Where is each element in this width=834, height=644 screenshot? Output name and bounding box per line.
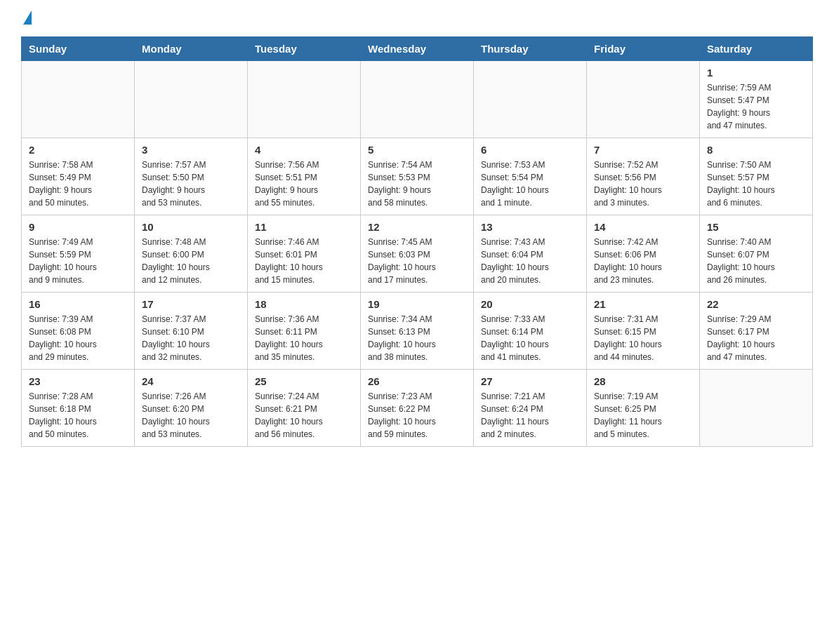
calendar-cell: 25Sunrise: 7:24 AM Sunset: 6:21 PM Dayli…: [248, 370, 361, 447]
day-info: Sunrise: 7:34 AM Sunset: 6:13 PM Dayligh…: [368, 313, 466, 363]
day-number: 16: [29, 298, 127, 310]
day-info: Sunrise: 7:19 AM Sunset: 6:25 PM Dayligh…: [594, 390, 692, 441]
day-number: 3: [142, 144, 240, 156]
week-row-4: 23Sunrise: 7:28 AM Sunset: 6:18 PM Dayli…: [22, 370, 813, 447]
day-number: 10: [142, 221, 240, 233]
day-info: Sunrise: 7:59 AM Sunset: 5:47 PM Dayligh…: [707, 81, 805, 132]
calendar-cell: 19Sunrise: 7:34 AM Sunset: 6:13 PM Dayli…: [361, 293, 474, 370]
calendar-cell: [135, 61, 248, 138]
calendar-cell: 9Sunrise: 7:49 AM Sunset: 5:59 PM Daylig…: [22, 215, 135, 293]
day-info: Sunrise: 7:54 AM Sunset: 5:53 PM Dayligh…: [368, 159, 466, 209]
calendar-cell: [700, 370, 813, 447]
calendar-cell: 22Sunrise: 7:29 AM Sunset: 6:17 PM Dayli…: [700, 293, 813, 370]
day-number: 11: [255, 221, 353, 233]
calendar-cell: 23Sunrise: 7:28 AM Sunset: 6:18 PM Dayli…: [22, 370, 135, 447]
calendar-cell: 24Sunrise: 7:26 AM Sunset: 6:20 PM Dayli…: [135, 370, 248, 447]
calendar-cell: 6Sunrise: 7:53 AM Sunset: 5:54 PM Daylig…: [474, 138, 587, 215]
calendar-cell: [474, 61, 587, 138]
calendar-cell: 13Sunrise: 7:43 AM Sunset: 6:04 PM Dayli…: [474, 215, 587, 293]
logo: [21, 14, 32, 22]
day-number: 14: [594, 221, 692, 233]
calendar-cell: 27Sunrise: 7:21 AM Sunset: 6:24 PM Dayli…: [474, 370, 587, 447]
week-row-0: 1Sunrise: 7:59 AM Sunset: 5:47 PM Daylig…: [22, 61, 813, 138]
calendar-cell: 5Sunrise: 7:54 AM Sunset: 5:53 PM Daylig…: [361, 138, 474, 215]
header-cell-friday: Friday: [587, 37, 700, 61]
day-number: 18: [255, 298, 353, 310]
calendar-cell: 7Sunrise: 7:52 AM Sunset: 5:56 PM Daylig…: [587, 138, 700, 215]
header-cell-tuesday: Tuesday: [248, 37, 361, 61]
day-info: Sunrise: 7:40 AM Sunset: 6:07 PM Dayligh…: [707, 236, 805, 286]
week-row-2: 9Sunrise: 7:49 AM Sunset: 5:59 PM Daylig…: [22, 215, 813, 293]
day-number: 12: [368, 221, 466, 233]
day-number: 21: [594, 298, 692, 310]
calendar-cell: 20Sunrise: 7:33 AM Sunset: 6:14 PM Dayli…: [474, 293, 587, 370]
calendar-cell: [248, 61, 361, 138]
day-number: 27: [481, 375, 579, 387]
day-number: 8: [707, 144, 805, 156]
day-number: 2: [29, 144, 127, 156]
day-number: 28: [594, 375, 692, 387]
day-number: 4: [255, 144, 353, 156]
day-info: Sunrise: 7:46 AM Sunset: 6:01 PM Dayligh…: [255, 236, 353, 286]
day-number: 25: [255, 375, 353, 387]
day-info: Sunrise: 7:21 AM Sunset: 6:24 PM Dayligh…: [481, 390, 579, 441]
calendar-cell: 18Sunrise: 7:36 AM Sunset: 6:11 PM Dayli…: [248, 293, 361, 370]
calendar-cell: 12Sunrise: 7:45 AM Sunset: 6:03 PM Dayli…: [361, 215, 474, 293]
day-info: Sunrise: 7:48 AM Sunset: 6:00 PM Dayligh…: [142, 236, 240, 286]
day-info: Sunrise: 7:52 AM Sunset: 5:56 PM Dayligh…: [594, 159, 692, 209]
day-info: Sunrise: 7:31 AM Sunset: 6:15 PM Dayligh…: [594, 313, 692, 363]
day-number: 7: [594, 144, 692, 156]
logo-triangle-icon: [23, 11, 32, 25]
day-info: Sunrise: 7:42 AM Sunset: 6:06 PM Dayligh…: [594, 236, 692, 286]
day-info: Sunrise: 7:45 AM Sunset: 6:03 PM Dayligh…: [368, 236, 466, 286]
calendar-table: SundayMondayTuesdayWednesdayThursdayFrid…: [21, 36, 813, 447]
day-info: Sunrise: 7:28 AM Sunset: 6:18 PM Dayligh…: [29, 390, 127, 441]
header-cell-monday: Monday: [135, 37, 248, 61]
day-number: 23: [29, 375, 127, 387]
day-info: Sunrise: 7:58 AM Sunset: 5:49 PM Dayligh…: [29, 159, 127, 209]
day-info: Sunrise: 7:33 AM Sunset: 6:14 PM Dayligh…: [481, 313, 579, 363]
day-info: Sunrise: 7:49 AM Sunset: 5:59 PM Dayligh…: [29, 236, 127, 286]
day-info: Sunrise: 7:24 AM Sunset: 6:21 PM Dayligh…: [255, 390, 353, 441]
day-number: 19: [368, 298, 466, 310]
header-cell-saturday: Saturday: [700, 37, 813, 61]
calendar-cell: 4Sunrise: 7:56 AM Sunset: 5:51 PM Daylig…: [248, 138, 361, 215]
calendar-cell: 10Sunrise: 7:48 AM Sunset: 6:00 PM Dayli…: [135, 215, 248, 293]
calendar-cell: 11Sunrise: 7:46 AM Sunset: 6:01 PM Dayli…: [248, 215, 361, 293]
day-number: 9: [29, 221, 127, 233]
calendar-cell: 1Sunrise: 7:59 AM Sunset: 5:47 PM Daylig…: [700, 61, 813, 138]
day-info: Sunrise: 7:53 AM Sunset: 5:54 PM Dayligh…: [481, 159, 579, 209]
calendar-body: 1Sunrise: 7:59 AM Sunset: 5:47 PM Daylig…: [22, 61, 813, 447]
header-cell-thursday: Thursday: [474, 37, 587, 61]
day-info: Sunrise: 7:43 AM Sunset: 6:04 PM Dayligh…: [481, 236, 579, 286]
day-number: 22: [707, 298, 805, 310]
day-info: Sunrise: 7:50 AM Sunset: 5:57 PM Dayligh…: [707, 159, 805, 209]
calendar-cell: 3Sunrise: 7:57 AM Sunset: 5:50 PM Daylig…: [135, 138, 248, 215]
calendar-cell: 8Sunrise: 7:50 AM Sunset: 5:57 PM Daylig…: [700, 138, 813, 215]
day-number: 15: [707, 221, 805, 233]
day-number: 20: [481, 298, 579, 310]
day-number: 6: [481, 144, 579, 156]
day-info: Sunrise: 7:36 AM Sunset: 6:11 PM Dayligh…: [255, 313, 353, 363]
day-number: 1: [707, 67, 805, 79]
calendar-cell: 26Sunrise: 7:23 AM Sunset: 6:22 PM Dayli…: [361, 370, 474, 447]
day-info: Sunrise: 7:57 AM Sunset: 5:50 PM Dayligh…: [142, 159, 240, 209]
day-info: Sunrise: 7:37 AM Sunset: 6:10 PM Dayligh…: [142, 313, 240, 363]
day-info: Sunrise: 7:29 AM Sunset: 6:17 PM Dayligh…: [707, 313, 805, 363]
day-info: Sunrise: 7:23 AM Sunset: 6:22 PM Dayligh…: [368, 390, 466, 441]
calendar-cell: 2Sunrise: 7:58 AM Sunset: 5:49 PM Daylig…: [22, 138, 135, 215]
day-number: 17: [142, 298, 240, 310]
week-row-3: 16Sunrise: 7:39 AM Sunset: 6:08 PM Dayli…: [22, 293, 813, 370]
calendar-cell: 17Sunrise: 7:37 AM Sunset: 6:10 PM Dayli…: [135, 293, 248, 370]
calendar-cell: 15Sunrise: 7:40 AM Sunset: 6:07 PM Dayli…: [700, 215, 813, 293]
calendar-cell: 21Sunrise: 7:31 AM Sunset: 6:15 PM Dayli…: [587, 293, 700, 370]
header-row: SundayMondayTuesdayWednesdayThursdayFrid…: [22, 37, 813, 61]
day-number: 13: [481, 221, 579, 233]
day-number: 24: [142, 375, 240, 387]
day-info: Sunrise: 7:39 AM Sunset: 6:08 PM Dayligh…: [29, 313, 127, 363]
calendar-cell: [361, 61, 474, 138]
page-header: [21, 14, 813, 22]
calendar-cell: [587, 61, 700, 138]
calendar-cell: [22, 61, 135, 138]
day-info: Sunrise: 7:26 AM Sunset: 6:20 PM Dayligh…: [142, 390, 240, 441]
